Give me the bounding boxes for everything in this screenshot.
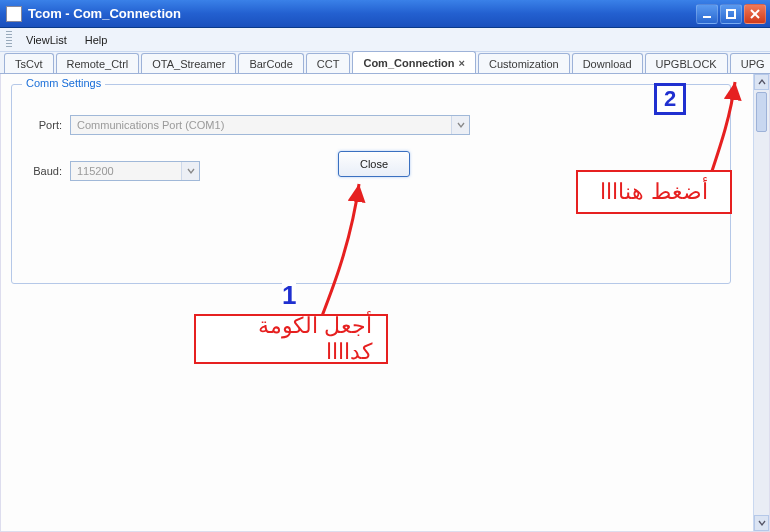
annotation-text-2: أضغط هناااا	[576, 170, 732, 214]
tab-strip: TsCvt Remote_Ctrl OTA_Streamer BarCode C…	[0, 52, 770, 74]
chevron-down-icon[interactable]	[451, 116, 469, 134]
window-titlebar: Tcom - Com_Connection	[0, 0, 770, 28]
annotation-number-1: 1	[282, 280, 296, 311]
tab-cct[interactable]: CCT	[306, 53, 351, 73]
annotation-text-1: أجعل الكومة كداااا	[194, 314, 388, 364]
menu-bar: ViewList Help	[0, 28, 770, 52]
scroll-thumb[interactable]	[756, 92, 767, 132]
client-area: Comm Settings Port: Communications Port …	[0, 74, 770, 532]
port-value: Communications Port (COM1)	[77, 119, 224, 131]
close-button[interactable]: Close	[338, 151, 410, 177]
tab-label: Download	[583, 58, 632, 70]
tab-label: BarCode	[249, 58, 292, 70]
close-window-button[interactable]	[744, 4, 766, 24]
tab-com-connection[interactable]: Com_Connection ×	[352, 51, 476, 73]
close-button-label: Close	[360, 158, 388, 170]
baud-combobox[interactable]: 115200	[70, 161, 200, 181]
tab-label: UPGBLOCK	[656, 58, 717, 70]
tab-label: Customization	[489, 58, 559, 70]
tab-ota-streamer[interactable]: OTA_Streamer	[141, 53, 236, 73]
menu-help[interactable]: Help	[77, 31, 116, 49]
scroll-up-arrow-icon[interactable]	[754, 74, 769, 90]
scroll-down-arrow-icon[interactable]	[754, 515, 769, 531]
scroll-track[interactable]	[754, 134, 769, 515]
window-title: Tcom - Com_Connection	[28, 6, 696, 21]
menu-grip	[6, 31, 12, 49]
tab-label: Com_Connection	[363, 57, 454, 69]
svg-rect-1	[727, 10, 735, 18]
group-title: Comm Settings	[22, 77, 105, 89]
maximize-button[interactable]	[720, 4, 742, 24]
baud-value: 115200	[77, 165, 114, 177]
tab-download[interactable]: Download	[572, 53, 643, 73]
port-combobox[interactable]: Communications Port (COM1)	[70, 115, 470, 135]
annotation-number-2: 2	[654, 83, 686, 115]
tab-close-icon[interactable]: ×	[459, 57, 465, 69]
tab-upg[interactable]: UPG	[730, 53, 770, 73]
tab-tscvt[interactable]: TsCvt	[4, 53, 54, 73]
tab-upgblock[interactable]: UPGBLOCK	[645, 53, 728, 73]
chevron-down-icon[interactable]	[181, 162, 199, 180]
tab-remote-ctrl[interactable]: Remote_Ctrl	[56, 53, 140, 73]
tab-label: UPG	[741, 58, 765, 70]
tab-label: OTA_Streamer	[152, 58, 225, 70]
tab-barcode[interactable]: BarCode	[238, 53, 303, 73]
menu-viewlist[interactable]: ViewList	[18, 31, 75, 49]
tab-label: Remote_Ctrl	[67, 58, 129, 70]
tab-label: CCT	[317, 58, 340, 70]
baud-label: Baud:	[30, 165, 62, 177]
port-label: Port:	[30, 119, 62, 131]
vertical-scrollbar[interactable]	[753, 74, 769, 531]
tab-customization[interactable]: Customization	[478, 53, 570, 73]
tab-label: TsCvt	[15, 58, 43, 70]
app-icon	[6, 6, 22, 22]
minimize-button[interactable]	[696, 4, 718, 24]
